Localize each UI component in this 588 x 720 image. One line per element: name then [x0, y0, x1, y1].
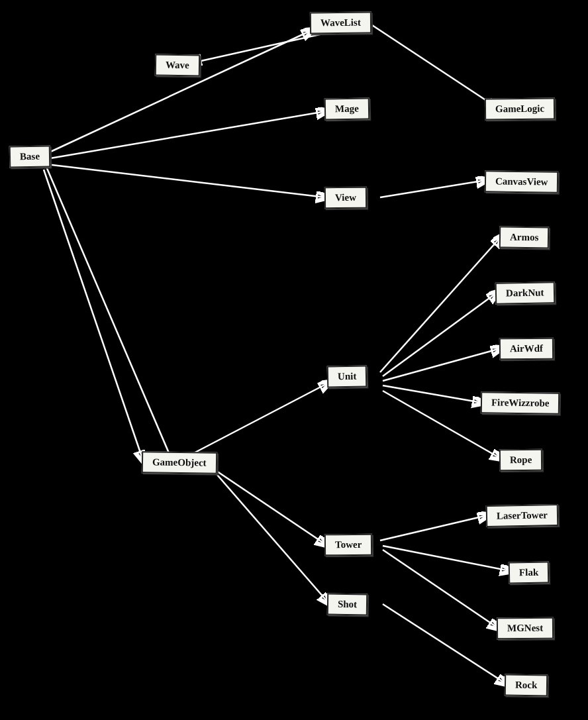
svg-line-2: [46, 30, 311, 154]
svg-line-17: [383, 546, 510, 571]
svg-line-9: [380, 237, 501, 372]
svg-line-0: [192, 30, 338, 63]
svg-line-11: [383, 348, 501, 381]
svg-line-1: [372, 25, 497, 107]
svg-line-19: [383, 604, 506, 684]
node-canvasview[interactable]: CanvasView: [485, 170, 559, 193]
svg-line-16: [380, 515, 487, 540]
node-mage[interactable]: Mage: [324, 97, 369, 120]
node-darknut[interactable]: DarkNut: [495, 282, 555, 305]
node-rope[interactable]: Rope: [499, 449, 543, 472]
svg-line-15: [213, 470, 328, 603]
node-armos[interactable]: Armos: [499, 226, 550, 248]
svg-line-4: [46, 164, 326, 197]
svg-line-5: [46, 167, 173, 464]
node-lasertower[interactable]: LaserTower: [486, 504, 558, 527]
node-mgnest[interactable]: MGNest: [497, 617, 554, 640]
node-tower[interactable]: Tower: [324, 534, 373, 556]
svg-line-8: [380, 180, 486, 197]
node-wavelist[interactable]: WaveList: [310, 12, 371, 34]
node-shot[interactable]: Shot: [327, 593, 368, 616]
svg-line-7: [44, 170, 143, 460]
node-view[interactable]: View: [324, 187, 367, 209]
node-base[interactable]: Base: [9, 145, 51, 168]
node-rock[interactable]: Rock: [505, 674, 548, 697]
svg-line-3: [46, 111, 326, 159]
node-airwdf[interactable]: AirWdf: [499, 338, 554, 360]
node-gamelogic[interactable]: GameLogic: [485, 98, 555, 121]
node-flak[interactable]: Flak: [509, 561, 550, 584]
node-gameobject[interactable]: GameObject: [142, 451, 217, 474]
node-wave[interactable]: Wave: [155, 54, 200, 77]
node-unit[interactable]: Unit: [327, 365, 368, 387]
node-firewizzrobe[interactable]: FireWizzrobe: [481, 391, 560, 415]
